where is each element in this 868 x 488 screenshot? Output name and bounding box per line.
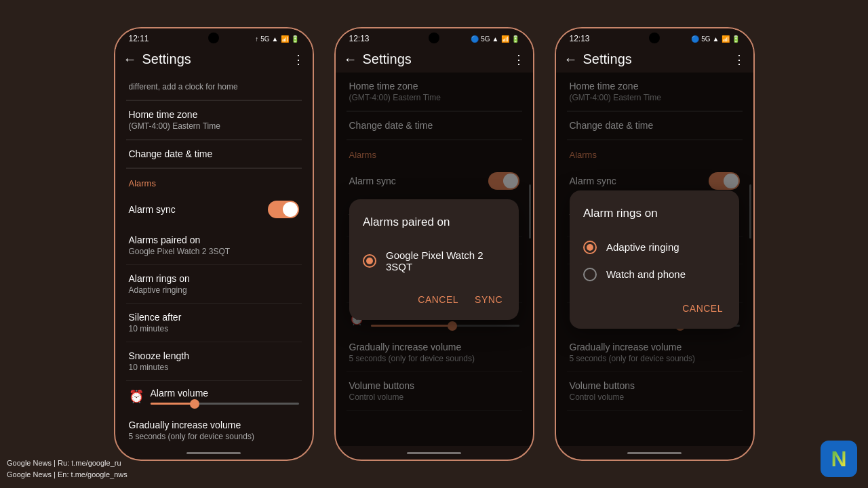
settings-list-1: different, add a clock for home Home tim… [118,73,310,446]
list-item[interactable]: Gradually increase volume 5 seconds (onl… [126,411,302,446]
more-button-1[interactable]: ⋮ [292,52,304,67]
home-indicator-1 [115,446,313,460]
bottom-text: Google News | Ru: t.me/google_ru Google … [7,458,127,481]
more-button-2[interactable]: ⋮ [513,52,525,67]
alarm-sync-toggle-1[interactable] [268,201,299,218]
dialog-overlay-3: Alarm rings on Adaptive ringing Watch an… [556,73,753,446]
back-button-1[interactable]: ← [123,52,137,67]
status-time-3: 12:13 [570,34,590,43]
dialog-option[interactable]: Google Pixel Watch 2 3SQT [363,243,505,279]
list-item[interactable]: Alarm rings on Adaptive ringing [126,265,302,304]
home-indicator-3 [556,446,753,460]
cancel-button-3[interactable]: Cancel [679,299,726,318]
dialog-actions-2: Cancel Sync [363,290,505,309]
dialog-title-2: Alarms paired on [363,216,505,229]
camera-notch-3 [649,33,660,43]
list-item[interactable]: Change date & time [126,140,302,168]
status-time-2: 12:13 [349,34,370,43]
section-header-alarms-1: Alarms [126,169,302,192]
list-item[interactable]: Snooze length 10 minutes [126,342,302,381]
alarm-icon-1: ⏰ [129,389,144,404]
status-time-1: 12:11 [129,34,149,43]
app-title-2: Settings [363,52,513,67]
phone-1: 12:11 ↑ 5G ▲ 📶 🔋 ← Settings ⋮ different,… [114,27,314,461]
back-button-3[interactable]: ← [564,52,578,67]
app-bar-2: ← Settings ⋮ [336,46,533,73]
watch-phone-option[interactable]: Watch and phone [583,261,726,288]
scroll-content-2: Home time zone (GMT-4:00) Eastern Time C… [336,73,533,446]
back-button-2[interactable]: ← [344,52,357,67]
alarm-sync-row-1[interactable]: Alarm sync [126,192,302,226]
list-item[interactable]: Home time zone (GMT-4:00) Eastern Time [126,101,302,140]
radio-button-adaptive[interactable] [583,241,597,254]
list-item: different, add a clock for home [126,73,302,100]
list-item[interactable]: Silence after 10 minutes [126,304,302,342]
alarm-rings-dialog: Alarm rings on Adaptive ringing Watch an… [570,190,739,329]
app-title-3: Settings [583,52,733,67]
phone-3: 12:13 🔵 5G ▲ 📶 🔋 ← Settings ⋮ Home time … [555,27,755,461]
more-button-3[interactable]: ⋮ [733,52,745,67]
list-item[interactable]: Alarms paired on Google Pixel Watch 2 3S… [126,226,302,265]
toggle-knob [283,202,298,217]
status-icons-3: 🔵 5G ▲ 📶 🔋 [691,35,739,43]
scroll-content-3: Home time zone (GMT-4:00) Eastern Time C… [556,73,753,446]
app-bar-1: ← Settings ⋮ [115,46,313,73]
alarm-volume-row-1: ⏰ Alarm volume [126,381,302,411]
radio-button[interactable] [363,254,376,268]
home-indicator-2 [336,446,533,460]
app-bar-3: ← Settings ⋮ [556,46,753,73]
volume-slider-1[interactable] [151,403,299,405]
camera-notch [208,33,219,43]
adaptive-ringing-option[interactable]: Adaptive ringing [583,234,726,261]
dialog-overlay-2: Alarms paired on Google Pixel Watch 2 3S… [336,73,533,446]
scroll-content-1: different, add a clock for home Home tim… [115,73,313,446]
app-title-1: Settings [142,52,292,67]
alarms-paired-dialog: Alarms paired on Google Pixel Watch 2 3S… [349,199,519,320]
dialog-title-3: Alarm rings on [583,207,726,220]
corner-logo: N [821,441,857,477]
volume-info-1: Alarm volume [151,388,299,405]
sync-button[interactable]: Sync [472,290,505,309]
radio-button-watch-phone[interactable] [583,268,597,281]
camera-notch-2 [429,33,439,43]
dialog-actions-3: Cancel [583,299,726,318]
logo-n: N [831,448,846,470]
status-icons-1: ↑ 5G ▲ 📶 🔋 [255,35,298,43]
status-icons-2: 🔵 5G ▲ 📶 🔋 [471,35,519,43]
phone-2: 12:13 🔵 5G ▲ 📶 🔋 ← Settings ⋮ Home time … [334,27,534,461]
bottom-text-line1: Google News | Ru: t.me/google_ru [7,458,127,470]
bottom-text-line2: Google News | En: t.me/google_nws [7,469,127,481]
cancel-button-2[interactable]: Cancel [415,290,461,309]
